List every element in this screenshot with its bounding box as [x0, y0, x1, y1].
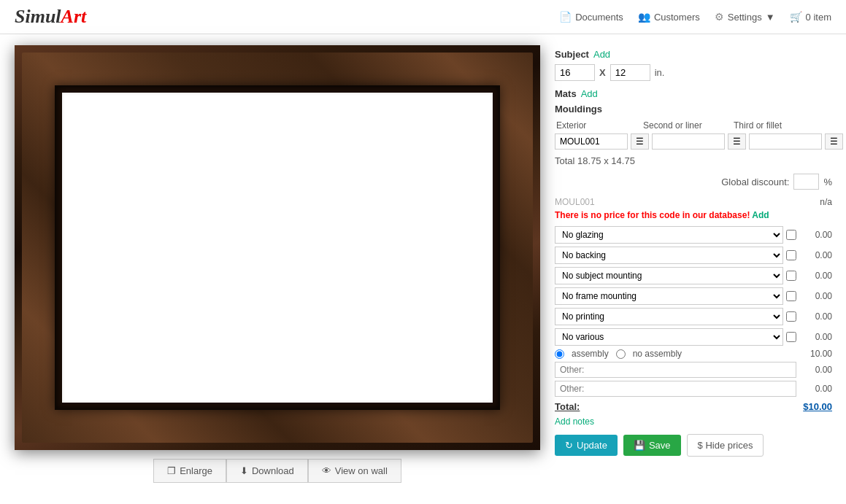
moul-na: n/a: [820, 197, 832, 207]
glazing-price: 0.00: [799, 230, 832, 240]
unit-label: in.: [655, 67, 665, 78]
x-separator: X: [599, 67, 606, 78]
assembly-radio[interactable]: [555, 349, 564, 359]
printing-checkbox[interactable]: [786, 311, 796, 322]
total-price: $10.00: [803, 401, 832, 412]
nav-cart[interactable]: 🛒 0 item: [790, 11, 831, 23]
third-fillet-menu-button[interactable]: ☰: [825, 133, 843, 150]
second-liner-group: ☰: [652, 133, 746, 150]
exterior-input[interactable]: [555, 133, 628, 150]
gear-icon: ⚙: [715, 11, 724, 23]
third-fillet-input[interactable]: [749, 133, 822, 150]
size-row: X in.: [555, 64, 832, 81]
subject-row: Subject Add: [555, 49, 832, 60]
logo: SimulArt: [15, 6, 86, 28]
discount-input[interactable]: [793, 174, 819, 190]
subject-mounting-checkbox[interactable]: [786, 271, 796, 281]
download-icon: ⬇: [240, 465, 248, 476]
moul-code-row: MOUL001 n/a: [555, 197, 832, 207]
frame-buttons: ❐ Enlarge ⬇ Download 👁 View on wall: [153, 459, 401, 483]
frame-preview: [15, 45, 540, 450]
total-row: Total: $10.00: [555, 401, 832, 412]
nav-settings[interactable]: ⚙ Settings ▼: [715, 11, 775, 23]
nav-documents-label: Documents: [575, 12, 623, 23]
moul-code-display: MOUL001: [555, 197, 595, 207]
other1-input[interactable]: [555, 362, 796, 378]
mouldings-headers: Exterior Second or liner Third or fillet: [555, 120, 832, 131]
action-row: ↻ Update 💾 Save $ Hide prices: [555, 434, 832, 457]
price-warning-text: There is no price for this code in our d…: [555, 210, 750, 220]
cart-icon: 🛒: [790, 11, 802, 23]
frame-mounting-checkbox[interactable]: [786, 291, 796, 301]
frame-mounting-row: No frame mounting Wire hanging D-ring Sa…: [555, 287, 832, 305]
mouldings-inputs: ☰ ☰ ☰: [555, 133, 832, 150]
nav: 📄 Documents 👥 Customers ⚙ Settings ▼ 🛒 0…: [559, 11, 831, 23]
add-notes-link[interactable]: Add notes: [555, 416, 832, 427]
subject-label: Subject: [555, 49, 589, 60]
documents-icon: 📄: [559, 11, 572, 23]
various-select[interactable]: No various Option 1 Option 2: [555, 328, 783, 346]
width-input[interactable]: [555, 64, 595, 81]
backing-row: No backing Foam board Corrugated Gator b…: [555, 247, 832, 264]
percent-label: %: [823, 177, 832, 187]
second-liner-input[interactable]: [652, 133, 725, 150]
backing-checkbox[interactable]: [786, 250, 796, 260]
second-liner-header: Second or liner: [643, 120, 731, 131]
other1-row: 0.00: [555, 362, 832, 378]
nav-cart-label: 0 item: [806, 12, 831, 23]
other2-input[interactable]: [555, 381, 796, 397]
glazing-checkbox[interactable]: [786, 230, 796, 240]
assembly-label: assembly: [572, 349, 609, 359]
mats-add-link[interactable]: Add: [581, 88, 598, 99]
wall-icon: 👁: [322, 465, 331, 476]
main-content: ❐ Enlarge ⬇ Download 👁 View on wall Subj…: [0, 34, 846, 494]
update-button[interactable]: ↻ Update: [555, 435, 618, 456]
nav-customers[interactable]: 👥 Customers: [638, 11, 700, 23]
update-label: Update: [577, 440, 607, 451]
assembly-price: 10.00: [810, 349, 832, 359]
total-label[interactable]: Total:: [555, 401, 580, 412]
exterior-header: Exterior: [556, 120, 640, 131]
frame-mounting-select[interactable]: No frame mounting Wire hanging D-ring Sa…: [555, 287, 783, 305]
second-liner-menu-button[interactable]: ☰: [728, 133, 746, 150]
no-assembly-radio[interactable]: [616, 349, 626, 359]
view-on-wall-button[interactable]: 👁 View on wall: [308, 459, 401, 483]
no-assembly-label: no assembly: [633, 349, 682, 359]
other2-row: 0.00: [555, 381, 832, 397]
mats-row: Mats Add: [555, 88, 832, 99]
frame-area: ❐ Enlarge ⬇ Download 👁 View on wall: [15, 45, 540, 483]
third-fillet-group: ☰: [749, 133, 843, 150]
logo-black: Simul: [15, 6, 61, 27]
download-label: Download: [252, 465, 294, 476]
download-button[interactable]: ⬇ Download: [226, 459, 308, 483]
enlarge-label: Enlarge: [180, 465, 212, 476]
header: SimulArt 📄 Documents 👥 Customers ⚙ Setti…: [0, 0, 846, 34]
backing-select[interactable]: No backing Foam board Corrugated Gator b…: [555, 247, 783, 264]
price-warning: There is no price for this code in our d…: [555, 210, 832, 220]
subject-add-link[interactable]: Add: [593, 49, 610, 60]
mats-label: Mats: [555, 88, 577, 99]
subject-mounting-row: No subject mounting Dry mount Wet mount …: [555, 267, 832, 284]
nav-documents[interactable]: 📄 Documents: [559, 11, 623, 23]
frame-white-center: [62, 93, 493, 403]
glazing-select[interactable]: No glazing Single glazing Double glazing…: [555, 226, 783, 244]
view-on-wall-label: View on wall: [335, 465, 388, 476]
enlarge-button[interactable]: ❐ Enlarge: [153, 459, 226, 483]
printing-price: 0.00: [799, 311, 832, 322]
various-price: 0.00: [799, 332, 832, 342]
enlarge-icon: ❐: [167, 465, 176, 476]
printing-select[interactable]: No printing Inkjet print Laser print: [555, 308, 783, 325]
price-warning-add[interactable]: Add: [752, 210, 769, 220]
various-checkbox[interactable]: [786, 332, 796, 342]
exterior-menu-button[interactable]: ☰: [631, 133, 649, 150]
subject-mounting-select[interactable]: No subject mounting Dry mount Wet mount …: [555, 267, 783, 284]
save-button[interactable]: 💾 Save: [623, 435, 681, 456]
glazing-row: No glazing Single glazing Double glazing…: [555, 226, 832, 244]
save-icon: 💾: [634, 440, 645, 451]
discount-label: Global discount:: [721, 177, 789, 187]
refresh-icon: ↻: [565, 440, 573, 451]
height-input[interactable]: [610, 64, 650, 81]
hide-prices-button[interactable]: $ Hide prices: [687, 434, 764, 457]
save-label: Save: [649, 440, 671, 451]
assembly-row: assembly no assembly 10.00: [555, 349, 832, 359]
